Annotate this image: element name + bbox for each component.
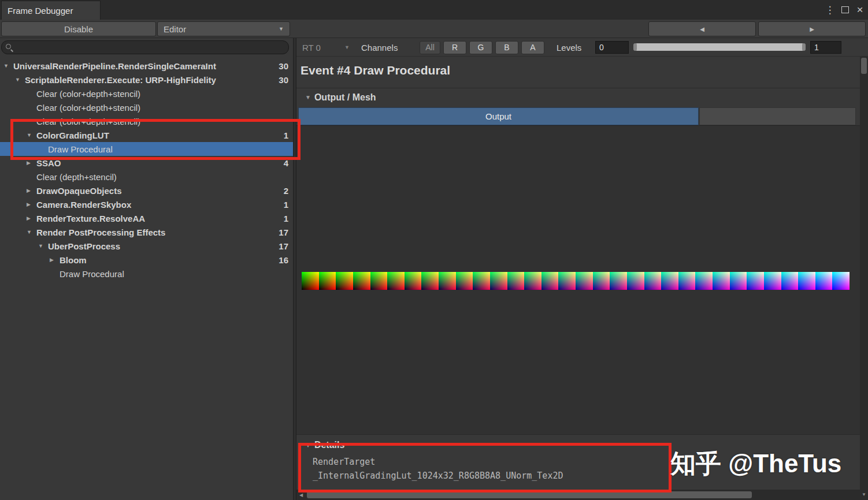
lut-tile xyxy=(302,272,319,290)
chevron-right-icon[interactable]: ▶ xyxy=(27,215,36,221)
lut-tile xyxy=(730,272,747,290)
lut-tile xyxy=(661,272,678,290)
frame-debugger-window: Frame Debugger ⋮ × Disable Editor ▼ 4 ◀ … xyxy=(0,0,868,500)
previous-event-button[interactable]: ◀ xyxy=(648,21,756,36)
tree-row[interactable]: ▶DrawOpaqueObjects2 xyxy=(0,184,293,197)
levels-max-handle[interactable] xyxy=(802,43,806,51)
tree-row[interactable]: Draw Procedural xyxy=(0,142,293,156)
tree-row-count: 1 xyxy=(284,200,293,210)
tree-row[interactable]: ▶Bloom16 xyxy=(0,253,293,267)
tree-row-label: Clear (color+depth+stencil) xyxy=(36,89,288,99)
levels-min-handle[interactable] xyxy=(633,43,637,51)
channel-button-g[interactable]: G xyxy=(469,41,492,54)
render-target-toolbar: RT 0 ▼ Channels AllRGBA Levels 0 1 xyxy=(296,38,868,57)
tree-row[interactable]: ▶RenderTexture.ResolveAA1 xyxy=(0,211,293,225)
chevron-down-icon[interactable]: ▼ xyxy=(38,243,47,249)
chevron-right-icon[interactable]: ▶ xyxy=(50,257,59,263)
lut-tile xyxy=(593,272,610,290)
levels-max-field[interactable]: 1 xyxy=(810,41,841,54)
tree-row[interactable]: ▼Render PostProcessing Effects17 xyxy=(0,225,293,239)
lut-tile xyxy=(747,272,764,290)
disable-button[interactable]: Disable xyxy=(1,21,156,36)
tree-row[interactable]: ▶Camera.RenderSkybox1 xyxy=(0,197,293,211)
chevron-down-icon[interactable]: ▼ xyxy=(27,229,36,235)
scroll-down-icon[interactable]: ▼ xyxy=(860,490,868,499)
tree-row-label: ScriptableRenderer.Execute: URP-HighFide… xyxy=(25,75,279,85)
chevron-down-icon: ▼ xyxy=(279,26,284,32)
details-render-target-name: _InternalGradingLut_1024x32_R8G8B8A8_UNo… xyxy=(313,471,563,481)
tree-row-count: 1 xyxy=(284,214,293,223)
chevron-down-icon[interactable]: ▼ xyxy=(27,132,36,138)
tree-row-count: 1 xyxy=(284,130,293,140)
tree-row-label: UniversalRenderPipeline.RenderSingleCame… xyxy=(13,61,279,71)
editor-dropdown[interactable]: Editor ▼ xyxy=(157,21,290,36)
event-title: Event #4 Draw Procedural xyxy=(301,64,450,77)
lut-tile xyxy=(610,272,627,290)
tree-row-label: Draw Procedural xyxy=(48,144,288,154)
chevron-down-icon[interactable]: ▼ xyxy=(3,63,13,69)
lut-tile xyxy=(576,272,593,290)
title-bar: Frame Debugger ⋮ × xyxy=(0,0,868,20)
horizontal-scrollbar-thumb[interactable] xyxy=(307,491,752,498)
scroll-left-icon[interactable]: ◀ xyxy=(296,490,306,500)
horizontal-scrollbar: ◀ xyxy=(296,490,860,500)
tree-row[interactable]: Clear (color+depth+stencil) xyxy=(0,114,293,128)
lut-tile xyxy=(713,272,730,290)
details-section-title: Details xyxy=(314,440,344,450)
tree-row-count: 30 xyxy=(279,61,293,71)
event-detail-panel: RT 0 ▼ Channels AllRGBA Levels 0 1 Event… xyxy=(296,38,868,500)
lut-tile xyxy=(524,272,541,290)
lut-tile xyxy=(781,272,799,290)
tree-row[interactable]: ▼ColorGradingLUT1 xyxy=(0,128,293,142)
chevron-right-icon[interactable]: ▶ xyxy=(27,202,36,207)
tree-row-label: Clear (color+depth+stencil) xyxy=(36,103,288,113)
tree-row[interactable]: ▼UniversalRenderPipeline.RenderSingleCam… xyxy=(0,59,293,73)
channel-button-a[interactable]: A xyxy=(521,41,544,54)
tree-row[interactable]: Clear (color+depth+stencil) xyxy=(0,87,293,100)
lut-tile xyxy=(490,272,507,290)
details-section-header[interactable]: ▼ Details xyxy=(296,437,344,453)
tree-row[interactable]: Draw Procedural xyxy=(0,267,293,281)
tree-row-label: DrawOpaqueObjects xyxy=(36,186,284,196)
lut-tile xyxy=(336,272,353,290)
next-event-button[interactable]: ▶ xyxy=(758,21,866,36)
channel-button-all[interactable]: All xyxy=(420,41,440,54)
window-tab-frame-debugger[interactable]: Frame Debugger xyxy=(1,1,101,20)
tree-row[interactable]: ▼ScriptableRenderer.Execute: URP-HighFid… xyxy=(0,73,293,87)
chevron-right-icon[interactable]: ▶ xyxy=(27,160,36,166)
tree-row-count: 30 xyxy=(279,75,293,85)
channel-button-b[interactable]: B xyxy=(495,41,518,54)
levels-label: Levels xyxy=(557,38,581,57)
tree-row-label: Draw Procedural xyxy=(60,269,288,279)
window-restore-icon[interactable] xyxy=(838,0,852,20)
tree-row-label: RenderTexture.ResolveAA xyxy=(36,214,284,223)
tree-row[interactable]: ▶SSAO4 xyxy=(0,156,293,170)
event-tree: ▼UniversalRenderPipeline.RenderSingleCam… xyxy=(0,59,293,500)
window-menu-icon[interactable]: ⋮ xyxy=(823,0,837,20)
chevron-down-icon[interactable]: ▼ xyxy=(15,77,24,83)
tree-row-label: ColorGradingLUT xyxy=(36,130,284,140)
tree-row[interactable]: Clear (color+depth+stencil) xyxy=(0,100,293,114)
tree-row[interactable]: Clear (depth+stencil) xyxy=(0,170,293,184)
lut-tile xyxy=(473,272,490,290)
tab-output[interactable]: Output xyxy=(298,107,699,125)
lut-tile xyxy=(695,272,713,290)
lut-tile xyxy=(627,272,644,290)
tree-row-count: 17 xyxy=(279,227,293,237)
lut-tile xyxy=(832,272,850,290)
tree-row-label: Camera.RenderSkybox xyxy=(36,200,284,210)
levels-min-field[interactable]: 0 xyxy=(595,41,629,54)
tab-mesh[interactable] xyxy=(699,107,856,125)
levels-range-slider[interactable] xyxy=(633,43,806,51)
details-section: ▼ Details RenderTarget _InternalGradingL… xyxy=(296,434,860,490)
window-close-icon[interactable]: × xyxy=(853,0,867,20)
chevron-right-icon[interactable]: ▶ xyxy=(27,188,36,193)
lut-tile xyxy=(353,272,370,290)
channel-button-r[interactable]: R xyxy=(443,41,466,54)
chevron-down-icon: ▼ xyxy=(305,442,311,449)
search-input[interactable] xyxy=(1,40,289,54)
render-target-dropdown[interactable]: RT 0 ▼ xyxy=(299,38,352,57)
output-mesh-section-header[interactable]: ▼ Output / Mesh xyxy=(296,88,860,106)
vertical-scrollbar-thumb[interactable] xyxy=(861,58,867,74)
tree-row[interactable]: ▼UberPostProcess17 xyxy=(0,239,293,253)
